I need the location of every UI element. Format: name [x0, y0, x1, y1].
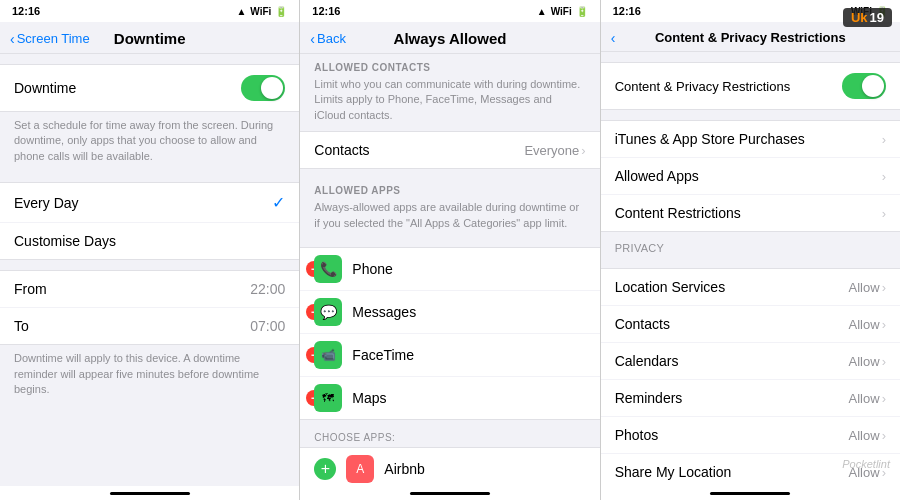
contacts-value: Everyone › — [524, 143, 585, 158]
itunes-label: iTunes & App Store Purchases — [615, 131, 805, 147]
list-item[interactable]: − 💬 Messages — [300, 291, 599, 334]
downtime-toggle-row[interactable]: Downtime — [0, 65, 299, 111]
to-row[interactable]: To 07:00 — [0, 308, 299, 344]
share-location-row[interactable]: Share My Location Allow › — [601, 454, 900, 486]
watermark-text: Uk — [851, 10, 868, 25]
downtime-toggle-group: Downtime — [0, 64, 299, 112]
list-item[interactable]: − 🗺 Maps — [300, 377, 599, 419]
photos-label: Photos — [615, 427, 659, 443]
page-title-2: Always Allowed — [394, 30, 507, 47]
privacy-section-header: PRIVACY — [601, 232, 900, 258]
home-indicator-1 — [0, 486, 299, 500]
to-value: 07:00 — [250, 318, 285, 334]
app-name: Maps — [352, 390, 386, 406]
calendars-value-text: Allow — [849, 354, 880, 369]
chevron-back-icon-3: ‹ — [611, 30, 616, 46]
location-services-value: Allow › — [849, 280, 886, 295]
main-items-group: iTunes & App Store Purchases › Allowed A… — [601, 120, 900, 232]
chevron-icon: › — [882, 317, 886, 332]
time-1: 12:16 — [12, 5, 40, 17]
panel-always-allowed: 12:16 ▲ WiFi 🔋 ‹ Back Always Allowed ALL… — [300, 0, 600, 500]
downtime-label: Downtime — [14, 80, 76, 96]
content-1: Downtime Set a schedule for time away fr… — [0, 54, 299, 486]
content-restrictions-row[interactable]: Content Restrictions › — [601, 195, 900, 231]
chevron-icon: › — [882, 354, 886, 369]
contacts-row[interactable]: Contacts Everyone › — [300, 131, 599, 169]
back-button-2[interactable]: ‹ Back — [310, 31, 346, 47]
from-row[interactable]: From 22:00 — [0, 271, 299, 308]
contacts-value-text: Everyone — [524, 143, 579, 158]
reminders-row[interactable]: Reminders Allow › — [601, 380, 900, 417]
add-icon[interactable]: + — [314, 458, 336, 480]
back-button-1[interactable]: ‹ Screen Time — [10, 31, 90, 47]
location-services-label: Location Services — [615, 279, 726, 295]
content-privacy-label: Content & Privacy Restrictions — [615, 79, 791, 94]
contacts-value-text: Allow — [849, 317, 880, 332]
location-services-row[interactable]: Location Services Allow › — [601, 269, 900, 306]
from-value: 22:00 — [250, 281, 285, 297]
every-day-label: Every Day — [14, 195, 79, 211]
customise-days-label: Customise Days — [14, 233, 116, 249]
status-bar-1: 12:16 ▲ WiFi 🔋 — [0, 0, 299, 22]
time-group: From 22:00 To 07:00 — [0, 270, 299, 345]
back-button-3[interactable]: ‹ — [611, 30, 616, 46]
battery-icon-2: 🔋 — [576, 6, 588, 17]
allowed-apps-desc: Always-allowed apps are available during… — [300, 198, 599, 239]
battery-icon: 🔋 — [275, 6, 287, 17]
reminders-value: Allow › — [849, 391, 886, 406]
home-bar-3 — [710, 492, 790, 495]
app-icon-facetime: 📹 — [314, 341, 342, 369]
calendars-row[interactable]: Calendars Allow › — [601, 343, 900, 380]
content-privacy-toggle[interactable] — [842, 73, 886, 99]
status-icons-2: ▲ WiFi 🔋 — [537, 6, 588, 17]
chevron-icon: › — [882, 391, 886, 406]
downtime-toggle[interactable] — [241, 75, 285, 101]
content-privacy-toggle-row[interactable]: Content & Privacy Restrictions — [601, 63, 900, 109]
list-item[interactable]: − 📞 Phone — [300, 248, 599, 291]
calendars-value: Allow › — [849, 354, 886, 369]
home-indicator-3 — [601, 486, 900, 500]
downtime-footer: Downtime will apply to this device. A do… — [0, 345, 299, 405]
chevron-icon: › — [882, 465, 886, 480]
chevron-icon: › — [882, 428, 886, 443]
reminders-label: Reminders — [615, 390, 683, 406]
content-2: ALLOWED CONTACTS Limit who you can commu… — [300, 54, 599, 486]
photos-value-text: Allow — [849, 428, 880, 443]
privacy-group: Location Services Allow › Contacts Allow… — [601, 268, 900, 486]
page-title-3: Content & Privacy Restrictions — [655, 30, 846, 45]
contacts-privacy-row[interactable]: Contacts Allow › — [601, 306, 900, 343]
arrow-icon: ▲ — [236, 6, 246, 17]
chevron-back-icon-2: ‹ — [310, 31, 315, 47]
nav-header-2: ‹ Back Always Allowed — [300, 22, 599, 54]
contacts-privacy-label: Contacts — [615, 316, 670, 332]
every-day-row[interactable]: Every Day ✓ — [0, 183, 299, 223]
customise-days-row[interactable]: Customise Days — [0, 223, 299, 259]
photos-row[interactable]: Photos Allow › — [601, 417, 900, 454]
schedule-group: Every Day ✓ Customise Days — [0, 182, 299, 260]
reminders-value-text: Allow — [849, 391, 880, 406]
choose-apps-section: CHOOSE APPS: + A Airbnb + All4 All 4 + 📦… — [300, 428, 599, 486]
content-restrictions-label: Content Restrictions — [615, 205, 741, 221]
itunes-purchases-row[interactable]: iTunes & App Store Purchases › — [601, 121, 900, 158]
from-label: From — [14, 281, 47, 297]
photos-value: Allow › — [849, 428, 886, 443]
allowed-apps-row[interactable]: Allowed Apps › — [601, 158, 900, 195]
home-bar-2 — [410, 492, 490, 495]
list-item[interactable]: + A Airbnb — [300, 448, 599, 486]
back-label-1: Screen Time — [17, 31, 90, 46]
allowed-apps-header: ALLOWED APPS — [300, 177, 599, 198]
back-label-2: Back — [317, 31, 346, 46]
list-item[interactable]: − 📹 FaceTime — [300, 334, 599, 377]
location-value-text: Allow — [849, 280, 880, 295]
chevron-right-icon: › — [581, 143, 585, 158]
app-name: Messages — [352, 304, 416, 320]
app-icon-airbnb: A — [346, 455, 374, 483]
calendars-label: Calendars — [615, 353, 679, 369]
main-toggle-group: Content & Privacy Restrictions — [601, 62, 900, 110]
allowed-apps-label: Allowed Apps — [615, 168, 699, 184]
home-indicator-2 — [300, 486, 599, 500]
content-3: Content & Privacy Restrictions iTunes & … — [601, 52, 900, 486]
allowed-contacts-desc: Limit who you can communicate with durin… — [300, 75, 599, 131]
app-icon-phone: 📞 — [314, 255, 342, 283]
chevron-back-icon-1: ‹ — [10, 31, 15, 47]
